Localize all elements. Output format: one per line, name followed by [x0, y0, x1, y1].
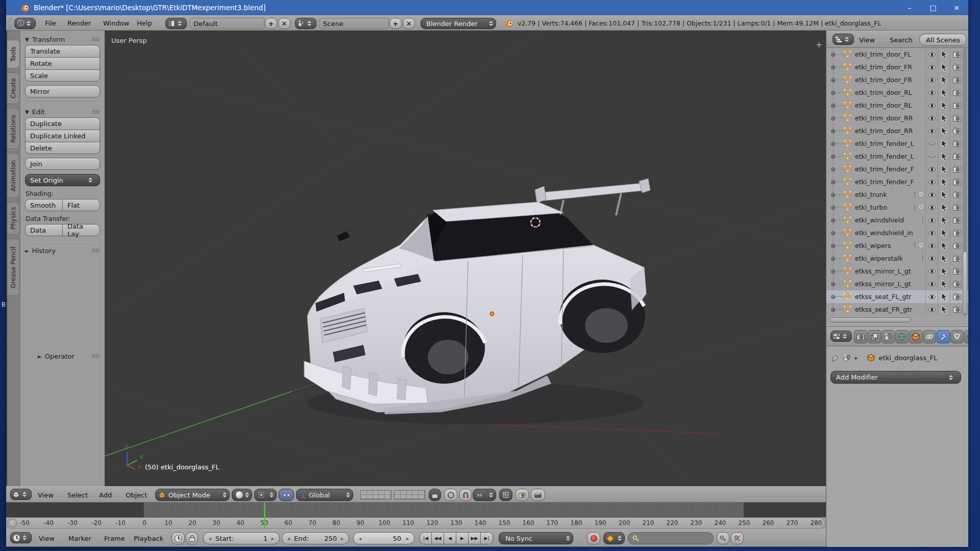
tl-menu-marker[interactable]: Marker: [68, 535, 91, 542]
visibility-eye-icon[interactable]: [925, 303, 938, 316]
previous-keyframe-button[interactable]: ◀◀: [432, 532, 444, 544]
outliner-item[interactable]: ⊕etki_trim_door_RL: [826, 86, 968, 99]
properties-tab-scene[interactable]: [881, 330, 895, 343]
selectability-arrow-icon[interactable]: [938, 265, 950, 278]
vp-menu-view[interactable]: View: [38, 491, 54, 499]
decrement-arrow-icon[interactable]: ◂: [209, 536, 211, 541]
visibility-eye-icon[interactable]: [925, 252, 938, 265]
vp-menu-object[interactable]: Object: [126, 491, 147, 499]
delete-layout-button[interactable]: ✕: [278, 18, 290, 29]
lock-to-scene-button[interactable]: [429, 489, 441, 501]
tl-menu-view[interactable]: View: [39, 535, 55, 542]
next-keyframe-button[interactable]: ▶▶: [469, 532, 481, 544]
close-button[interactable]: ×: [945, 0, 968, 15]
snap-grid-button[interactable]: [499, 489, 512, 501]
outliner-menu-search[interactable]: Search: [890, 36, 913, 44]
outliner-item[interactable]: ⊕etki_trim_door_FR: [826, 61, 968, 73]
expand-plus-icon[interactable]: ⊕: [829, 281, 837, 288]
duplicate-linked-button[interactable]: Duplicate Linked: [25, 130, 100, 142]
selectability-arrow-icon[interactable]: [938, 214, 950, 227]
renderability-camera-icon[interactable]: [950, 61, 963, 73]
properties-tab-object[interactable]: [909, 330, 922, 343]
outliner-horizontal-scrollbar[interactable]: [826, 316, 968, 324]
expand-plus-icon[interactable]: ⊕: [829, 102, 837, 109]
outliner-item[interactable]: ⊕etki_trim_door_FL: [826, 48, 968, 61]
expand-plus-icon[interactable]: ⊕: [829, 153, 837, 160]
play-reverse-button[interactable]: ◀: [444, 532, 456, 544]
selectability-arrow-icon[interactable]: [938, 48, 950, 61]
set-origin-dropdown[interactable]: Set Origin: [25, 174, 100, 186]
tl-menu-playback[interactable]: Playback: [134, 535, 163, 542]
layer-cell[interactable]: [373, 495, 379, 499]
tool-shelf-tab-create[interactable]: Create: [7, 72, 20, 104]
selectability-arrow-icon[interactable]: [938, 176, 950, 188]
scene-selector-icon[interactable]: [295, 18, 316, 29]
tool-shelf-tab-grease-pencil[interactable]: Grease Pencil: [7, 239, 20, 296]
selectability-arrow-icon[interactable]: [938, 112, 950, 124]
layers-grid-1[interactable]: [360, 490, 391, 499]
expand-plus-icon[interactable]: ⊕: [829, 242, 837, 249]
outliner-item[interactable]: ⊕etki_trim_door_RR: [826, 112, 968, 124]
auto-keyframe-record-button[interactable]: [587, 532, 600, 544]
opengl-render-button[interactable]: [516, 489, 529, 501]
delete-button[interactable]: Delete: [25, 142, 100, 154]
current-frame-field[interactable]: ◂ 50 ▸: [353, 532, 414, 544]
manipulator-toggle[interactable]: [279, 489, 294, 501]
add-scene-button[interactable]: +: [389, 18, 402, 29]
data-transfer-data-button[interactable]: Data: [25, 224, 62, 236]
visibility-eye-icon[interactable]: [925, 214, 938, 227]
translate-button[interactable]: Translate: [25, 45, 100, 57]
expand-plus-icon[interactable]: ⊕: [829, 293, 837, 300]
pivot-point-dropdown[interactable]: [254, 489, 277, 501]
menu-file[interactable]: File: [45, 19, 56, 27]
visibility-eye-icon[interactable]: [925, 150, 938, 163]
outliner-item[interactable]: ⊕etki_trim_fender_F: [826, 176, 968, 188]
properties-tab-render-layers[interactable]: [868, 330, 881, 343]
transform-orientation-dropdown[interactable]: Global: [296, 489, 353, 501]
visibility-eye-icon[interactable]: [925, 278, 938, 290]
add-layout-button[interactable]: +: [265, 18, 277, 29]
insert-keyframe-button[interactable]: [717, 532, 729, 544]
expand-plus-icon[interactable]: ⊕: [829, 89, 837, 96]
outliner-menu-view[interactable]: View: [859, 36, 875, 44]
duplicate-button[interactable]: Duplicate: [25, 117, 100, 130]
visibility-eye-icon[interactable]: [925, 99, 938, 112]
tool-shelf-tab-physics[interactable]: Physics: [7, 202, 20, 235]
layer-cell[interactable]: [412, 495, 419, 499]
selectability-arrow-icon[interactable]: [938, 201, 950, 214]
viewport-shading-dropdown[interactable]: [232, 489, 252, 501]
panel-drag-dots-icon[interactable]: [92, 354, 100, 358]
expand-plus-icon[interactable]: ⊕: [829, 179, 837, 186]
renderability-camera-icon[interactable]: [950, 201, 963, 214]
renderability-camera-icon[interactable]: [950, 112, 963, 124]
selectability-arrow-icon[interactable]: [938, 278, 950, 290]
increment-arrow-icon[interactable]: ▸: [272, 536, 274, 541]
selectability-arrow-icon[interactable]: [938, 150, 950, 163]
decrement-arrow-icon[interactable]: ◂: [359, 536, 361, 541]
editor-type-selector-outliner[interactable]: [832, 34, 854, 45]
renderability-camera-icon[interactable]: [950, 163, 963, 176]
outliner-item[interactable]: ⊕etki_wipers│: [826, 239, 968, 252]
renderability-camera-icon[interactable]: [950, 86, 963, 99]
renderability-camera-icon[interactable]: [950, 239, 963, 252]
scale-button[interactable]: Scale: [25, 69, 100, 82]
timeline-track[interactable]: [6, 503, 826, 517]
renderability-camera-icon[interactable]: [950, 73, 963, 86]
visibility-eye-icon[interactable]: [925, 112, 938, 124]
n-panel-toggle[interactable]: +: [816, 40, 822, 49]
delete-keyframe-button[interactable]: [731, 532, 744, 544]
sync-mode-dropdown[interactable]: No Sync: [499, 532, 573, 544]
outliner-item[interactable]: ⊕etki_windshield_in: [826, 227, 968, 239]
renderability-camera-icon[interactable]: [950, 290, 963, 303]
outliner-item[interactable]: ⊕etki_trim_door_RL: [826, 99, 968, 112]
selectability-arrow-icon[interactable]: [938, 86, 950, 99]
selectability-arrow-icon[interactable]: [938, 124, 950, 137]
outliner-item[interactable]: ⊕etki_trim_fender_L: [826, 137, 968, 150]
selectability-arrow-icon[interactable]: [938, 163, 950, 176]
renderability-camera-icon[interactable]: [950, 265, 963, 278]
selectability-arrow-icon[interactable]: [938, 227, 950, 239]
expand-plus-icon[interactable]: ⊕: [829, 166, 837, 173]
selectability-arrow-icon[interactable]: [938, 290, 950, 303]
expand-plus-icon[interactable]: ⊕: [829, 230, 837, 237]
selectability-arrow-icon[interactable]: [938, 61, 950, 73]
